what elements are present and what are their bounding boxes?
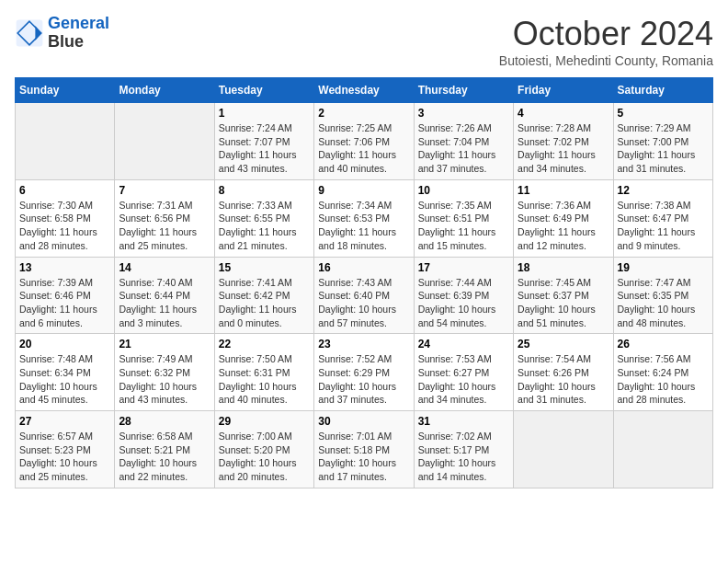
calendar-cell bbox=[613, 411, 712, 488]
day-number: 29 bbox=[219, 415, 310, 428]
day-number: 9 bbox=[318, 184, 409, 197]
cell-content: Sunrise: 7:49 AMSunset: 6:32 PMDaylight:… bbox=[119, 352, 210, 407]
day-of-week-header: Sunday bbox=[16, 78, 115, 103]
logo-icon bbox=[15, 18, 44, 48]
day-number: 14 bbox=[119, 261, 210, 274]
day-number: 23 bbox=[318, 338, 409, 350]
cell-content: Sunrise: 7:29 AMSunset: 7:00 PMDaylight:… bbox=[618, 121, 709, 176]
day-number: 4 bbox=[518, 107, 609, 120]
day-number: 27 bbox=[19, 415, 110, 428]
calendar-table: SundayMondayTuesdayWednesdayThursdayFrid… bbox=[15, 77, 713, 488]
cell-content: Sunrise: 7:26 AMSunset: 7:04 PMDaylight:… bbox=[418, 121, 509, 176]
calendar-cell bbox=[514, 411, 613, 488]
day-number: 21 bbox=[119, 338, 210, 350]
cell-content: Sunrise: 7:25 AMSunset: 7:06 PMDaylight:… bbox=[318, 121, 409, 176]
cell-content: Sunrise: 7:38 AMSunset: 6:47 PMDaylight:… bbox=[618, 199, 709, 253]
calendar-cell: 31Sunrise: 7:02 AMSunset: 5:17 PMDayligh… bbox=[414, 411, 513, 488]
day-number: 7 bbox=[119, 184, 210, 197]
day-of-week-header: Thursday bbox=[414, 78, 513, 103]
cell-content: Sunrise: 7:50 AMSunset: 6:31 PMDaylight:… bbox=[219, 352, 310, 407]
calendar-cell: 6Sunrise: 7:30 AMSunset: 6:58 PMDaylight… bbox=[16, 179, 115, 257]
calendar-cell: 22Sunrise: 7:50 AMSunset: 6:31 PMDayligh… bbox=[214, 334, 313, 411]
calendar-cell bbox=[16, 103, 115, 180]
calendar-week-row: 1Sunrise: 7:24 AMSunset: 7:07 PMDaylight… bbox=[16, 103, 713, 180]
logo-text: General Blue bbox=[48, 15, 109, 52]
calendar-cell: 29Sunrise: 7:00 AMSunset: 5:20 PMDayligh… bbox=[214, 411, 313, 488]
day-number: 16 bbox=[318, 261, 409, 274]
logo-line2: Blue bbox=[48, 33, 109, 52]
month-title: October 2024 bbox=[499, 15, 713, 53]
cell-content: Sunrise: 7:39 AMSunset: 6:46 PMDaylight:… bbox=[19, 276, 110, 330]
calendar-cell: 8Sunrise: 7:33 AMSunset: 6:55 PMDaylight… bbox=[214, 179, 313, 257]
calendar-cell: 30Sunrise: 7:01 AMSunset: 5:18 PMDayligh… bbox=[314, 411, 414, 488]
cell-content: Sunrise: 7:47 AMSunset: 6:35 PMDaylight:… bbox=[618, 276, 709, 330]
logo-line1: General bbox=[48, 14, 109, 32]
calendar-cell: 4Sunrise: 7:28 AMSunset: 7:02 PMDaylight… bbox=[514, 103, 613, 180]
calendar-week-row: 20Sunrise: 7:48 AMSunset: 6:34 PMDayligh… bbox=[16, 334, 713, 411]
title-block: October 2024 Butoiesti, Mehedinti County… bbox=[499, 15, 713, 68]
location-subtitle: Butoiesti, Mehedinti County, Romania bbox=[499, 53, 713, 68]
cell-content: Sunrise: 7:24 AMSunset: 7:07 PMDaylight:… bbox=[219, 121, 310, 176]
day-of-week-header: Friday bbox=[514, 78, 613, 103]
calendar-week-row: 6Sunrise: 7:30 AMSunset: 6:58 PMDaylight… bbox=[16, 179, 713, 257]
day-number: 1 bbox=[219, 107, 310, 120]
cell-content: Sunrise: 7:54 AMSunset: 6:26 PMDaylight:… bbox=[518, 352, 609, 407]
day-number: 3 bbox=[418, 107, 509, 120]
calendar-cell: 14Sunrise: 7:40 AMSunset: 6:44 PMDayligh… bbox=[115, 257, 214, 334]
calendar-cell: 9Sunrise: 7:34 AMSunset: 6:53 PMDaylight… bbox=[314, 179, 414, 257]
day-number: 10 bbox=[418, 184, 509, 197]
calendar-cell bbox=[115, 103, 214, 180]
calendar-cell: 25Sunrise: 7:54 AMSunset: 6:26 PMDayligh… bbox=[514, 334, 613, 411]
calendar-cell: 5Sunrise: 7:29 AMSunset: 7:00 PMDaylight… bbox=[613, 103, 712, 180]
day-number: 24 bbox=[418, 338, 509, 350]
calendar-cell: 17Sunrise: 7:44 AMSunset: 6:39 PMDayligh… bbox=[414, 257, 513, 334]
calendar-cell: 15Sunrise: 7:41 AMSunset: 6:42 PMDayligh… bbox=[214, 257, 313, 334]
cell-content: Sunrise: 7:33 AMSunset: 6:55 PMDaylight:… bbox=[219, 199, 310, 253]
calendar-cell: 20Sunrise: 7:48 AMSunset: 6:34 PMDayligh… bbox=[16, 334, 115, 411]
calendar-cell: 18Sunrise: 7:45 AMSunset: 6:37 PMDayligh… bbox=[514, 257, 613, 334]
calendar-cell: 16Sunrise: 7:43 AMSunset: 6:40 PMDayligh… bbox=[314, 257, 414, 334]
page-header: General Blue October 2024 Butoiesti, Meh… bbox=[15, 15, 713, 68]
day-number: 22 bbox=[219, 338, 310, 350]
day-number: 26 bbox=[618, 338, 709, 350]
calendar-week-row: 27Sunrise: 6:57 AMSunset: 5:23 PMDayligh… bbox=[16, 411, 713, 488]
cell-content: Sunrise: 7:52 AMSunset: 6:29 PMDaylight:… bbox=[318, 352, 409, 407]
calendar-cell: 11Sunrise: 7:36 AMSunset: 6:49 PMDayligh… bbox=[514, 179, 613, 257]
day-number: 5 bbox=[618, 107, 709, 120]
day-number: 19 bbox=[618, 261, 709, 274]
calendar-header: SundayMondayTuesdayWednesdayThursdayFrid… bbox=[16, 78, 713, 103]
cell-content: Sunrise: 7:30 AMSunset: 6:58 PMDaylight:… bbox=[19, 199, 110, 253]
cell-content: Sunrise: 7:36 AMSunset: 6:49 PMDaylight:… bbox=[518, 199, 609, 253]
calendar-cell: 24Sunrise: 7:53 AMSunset: 6:27 PMDayligh… bbox=[414, 334, 513, 411]
day-number: 18 bbox=[518, 261, 609, 274]
cell-content: Sunrise: 6:58 AMSunset: 5:21 PMDaylight:… bbox=[119, 430, 210, 484]
cell-content: Sunrise: 7:56 AMSunset: 6:24 PMDaylight:… bbox=[618, 352, 709, 407]
day-number: 2 bbox=[318, 107, 409, 120]
cell-content: Sunrise: 7:02 AMSunset: 5:17 PMDaylight:… bbox=[418, 430, 509, 484]
calendar-cell: 7Sunrise: 7:31 AMSunset: 6:56 PMDaylight… bbox=[115, 179, 214, 257]
cell-content: Sunrise: 7:45 AMSunset: 6:37 PMDaylight:… bbox=[518, 276, 609, 330]
day-number: 20 bbox=[19, 338, 110, 350]
day-number: 13 bbox=[19, 261, 110, 274]
day-number: 8 bbox=[219, 184, 310, 197]
day-number: 11 bbox=[518, 184, 609, 197]
calendar-cell: 10Sunrise: 7:35 AMSunset: 6:51 PMDayligh… bbox=[414, 179, 513, 257]
day-number: 12 bbox=[618, 184, 709, 197]
day-number: 30 bbox=[318, 415, 409, 428]
day-number: 28 bbox=[119, 415, 210, 428]
cell-content: Sunrise: 7:44 AMSunset: 6:39 PMDaylight:… bbox=[418, 276, 509, 330]
day-of-week-header: Wednesday bbox=[314, 78, 414, 103]
cell-content: Sunrise: 7:48 AMSunset: 6:34 PMDaylight:… bbox=[19, 352, 110, 407]
calendar-cell: 19Sunrise: 7:47 AMSunset: 6:35 PMDayligh… bbox=[613, 257, 712, 334]
cell-content: Sunrise: 7:40 AMSunset: 6:44 PMDaylight:… bbox=[119, 276, 210, 330]
day-number: 6 bbox=[19, 184, 110, 197]
cell-content: Sunrise: 7:43 AMSunset: 6:40 PMDaylight:… bbox=[318, 276, 409, 330]
calendar-cell: 23Sunrise: 7:52 AMSunset: 6:29 PMDayligh… bbox=[314, 334, 414, 411]
day-of-week-header: Saturday bbox=[613, 78, 712, 103]
calendar-cell: 13Sunrise: 7:39 AMSunset: 6:46 PMDayligh… bbox=[16, 257, 115, 334]
calendar-cell: 1Sunrise: 7:24 AMSunset: 7:07 PMDaylight… bbox=[214, 103, 313, 180]
day-of-week-header: Monday bbox=[115, 78, 214, 103]
calendar-week-row: 13Sunrise: 7:39 AMSunset: 6:46 PMDayligh… bbox=[16, 257, 713, 334]
calendar-cell: 12Sunrise: 7:38 AMSunset: 6:47 PMDayligh… bbox=[613, 179, 712, 257]
day-of-week-header: Tuesday bbox=[214, 78, 313, 103]
